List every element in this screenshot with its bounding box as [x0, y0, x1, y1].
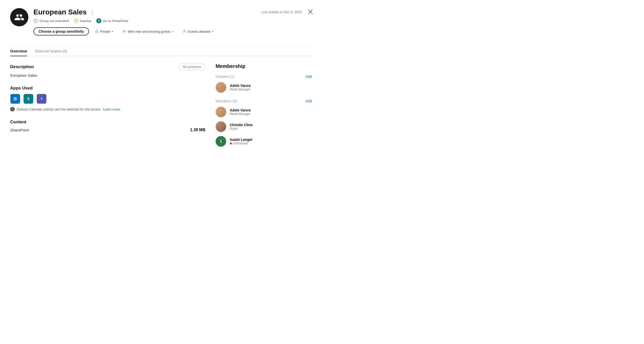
toolbar: Choose a group sensitivity Private ▾ [33, 27, 312, 35]
not-entrusted-label: Group not entrusted [40, 19, 69, 23]
privacy-label: Private [100, 30, 110, 33]
apps-used-heading: Apps Used [10, 86, 205, 91]
owners-header: Owners (1) Add [216, 74, 312, 79]
chevron-down-icon: ▾ [112, 30, 113, 33]
avatar-adele-member [216, 107, 226, 117]
sharepoint-label: SharePoint [10, 128, 29, 132]
add-member-link[interactable]: Add [306, 99, 312, 103]
sharepoint-app-icon: S [23, 94, 33, 104]
avatar-christie [216, 121, 226, 132]
add-owner-link[interactable]: Add [306, 74, 312, 79]
svg-text:O: O [14, 97, 16, 101]
adele-member-info: Adele Vance Retail Manager [230, 108, 251, 116]
group-avatar [10, 8, 28, 26]
christie-info: Christie Cline Buyer [230, 123, 253, 130]
isaiah-name: Isaiah Langer [230, 138, 253, 142]
guests-icon [122, 30, 126, 33]
membership-title: Membership [216, 63, 312, 69]
person-icon [183, 30, 186, 33]
panel: Last activity on Dec 9, 2020 European Sa… [0, 0, 322, 172]
sharepoint-label: Go to SharePoint [103, 19, 128, 23]
svg-point-5 [123, 30, 125, 31]
badge-sharepoint[interactable]: S Go to SharePoint [96, 18, 128, 23]
inactive-label: Inactive [80, 19, 91, 23]
adele-owner-role: Retail Manager [230, 88, 251, 91]
tabs: Overview External shares (0) [10, 47, 312, 56]
svg-text:S: S [27, 97, 30, 101]
info-icon: i [10, 107, 15, 111]
chevron-down-icon2: ▾ [172, 30, 174, 33]
header-badges: Group not entrusted Inactive S Go to [33, 18, 312, 23]
member-row-christie: Christie Cline Buyer [216, 121, 312, 132]
main-content: Description No purpose European Sales Ap… [10, 63, 312, 153]
apps-row: O S T [10, 94, 205, 104]
content-heading: Content [10, 120, 205, 125]
christie-name: Christie Cline [230, 123, 253, 127]
apps-used-section: Apps Used O S [10, 86, 205, 111]
outlook-svg: O [10, 94, 20, 104]
avatar-adele-owner [216, 82, 226, 93]
badge-inactive: Inactive [74, 18, 91, 23]
learn-more-link[interactable]: Learn more. [103, 107, 121, 111]
badge-not-entrusted: Group not entrusted [33, 18, 69, 23]
isaiah-status: Unlicensed [230, 142, 253, 145]
guests-dropdown[interactable]: With new and existing guests ▾ [119, 28, 176, 35]
tab-overview[interactable]: Overview [10, 49, 27, 56]
teams-app-icon: T [36, 94, 47, 104]
chevron-down-icon3: ▾ [212, 30, 213, 33]
description-title-row: Description No purpose [10, 63, 205, 70]
member-row-adele: Adele Vance Retail Manager [216, 107, 312, 117]
description-text: European Sales [10, 73, 205, 78]
group-icon [14, 12, 24, 22]
unlicensed-dot [230, 142, 232, 144]
guests-allowed-dropdown[interactable]: Guests allowed ▾ [180, 28, 216, 35]
no-purpose-badge[interactable]: No purpose [179, 63, 205, 70]
description-heading: Description [10, 64, 34, 69]
owner-row-adele: Adele Vance Retail Manager [216, 82, 312, 93]
outlook-info-row: i Outlook Calendar activity can't be det… [10, 107, 205, 111]
guests-allowed-label: Guests allowed [188, 30, 210, 33]
adele-member-role: Retail Manager [230, 112, 251, 116]
sharepoint-badge-icon: S [96, 18, 101, 23]
outlook-info-text: Outlook Calendar activity can't be detec… [17, 107, 101, 111]
outlook-app-icon: O [10, 94, 20, 104]
content-size: 1.39 MB [190, 128, 205, 132]
christie-role: Buyer [230, 127, 253, 130]
isaiah-info: Isaiah Langer Unlicensed [230, 138, 253, 145]
last-activity: Last activity on Dec 9, 2020 [261, 10, 302, 14]
adele-member-name: Adele Vance [230, 108, 251, 112]
svg-text:T: T [41, 97, 43, 101]
more-options-icon[interactable]: ⋮ [90, 9, 95, 15]
members-header: Members (3) Add [216, 99, 312, 103]
not-entrusted-icon [33, 18, 38, 23]
content-row: SharePoint 1.39 MB [10, 128, 205, 132]
left-panel: Description No purpose European Sales Ap… [10, 63, 205, 153]
isaiah-status-label: Unlicensed [233, 142, 248, 145]
description-section: Description No purpose European Sales [10, 63, 205, 78]
inactive-icon [74, 18, 79, 23]
adele-owner-info: Adele Vance Retail Manager [230, 84, 251, 91]
svg-point-6 [184, 30, 185, 31]
guests-label: With new and existing guests [128, 30, 170, 33]
sensitivity-button[interactable]: Choose a group sensitivity [33, 27, 89, 35]
teams-svg: T [37, 94, 46, 104]
tab-external-shares[interactable]: External shares (0) [35, 49, 67, 56]
members-label: Members (3) [216, 99, 237, 103]
privacy-dropdown[interactable]: Private ▾ [92, 28, 116, 35]
member-row-isaiah: I Isaiah Langer Unlicensed [216, 136, 312, 147]
right-panel: Membership Owners (1) Add Adele Vance Re… [216, 63, 312, 153]
sharepoint-svg: S [24, 94, 33, 104]
content-section: Content SharePoint 1.39 MB [10, 120, 205, 132]
adele-owner-name: Adele Vance [230, 84, 251, 88]
members-section: Members (3) Add Adele Vance Retail Manag… [216, 99, 312, 147]
svg-line-2 [35, 20, 36, 22]
owners-label: Owners (1) [216, 74, 234, 79]
group-title: European Sales [33, 8, 87, 16]
owners-section: Owners (1) Add Adele Vance Retail Manage… [216, 74, 312, 93]
close-button[interactable] [307, 8, 314, 15]
avatar-isaiah: I [216, 136, 226, 147]
svg-rect-4 [96, 31, 98, 33]
lock-icon [95, 30, 99, 33]
